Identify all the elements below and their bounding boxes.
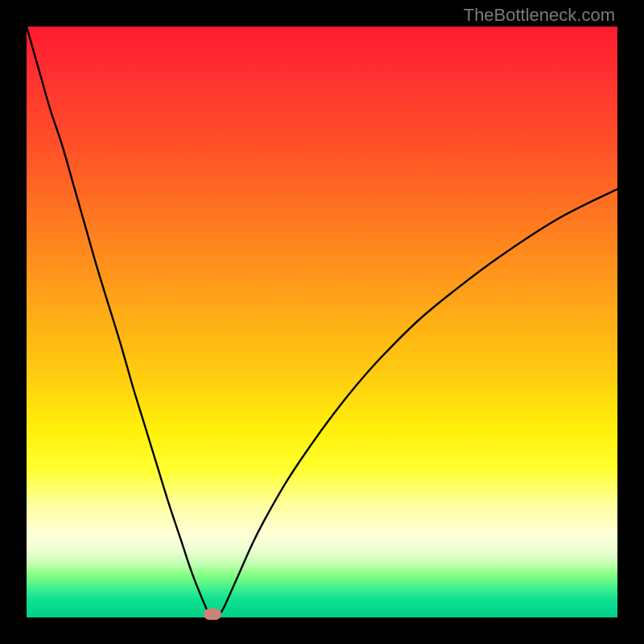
chart-plot-area [27,27,617,617]
bottleneck-curve [27,27,617,617]
optimal-point-marker [204,609,221,620]
attribution-text: TheBottleneck.com [464,5,615,26]
